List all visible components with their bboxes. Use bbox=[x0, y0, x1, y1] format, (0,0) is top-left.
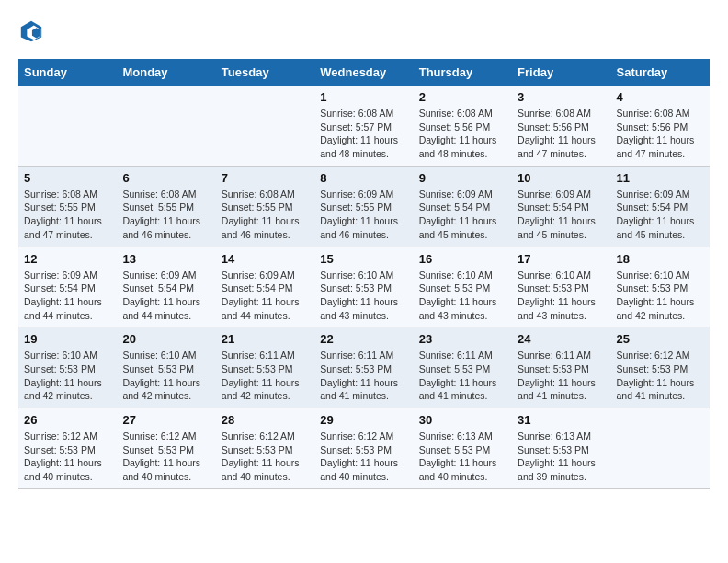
calendar-cell: 1Sunrise: 6:08 AM Sunset: 5:57 PM Daylig… bbox=[314, 86, 413, 166]
week-row-4: 19Sunrise: 6:10 AM Sunset: 5:53 PM Dayli… bbox=[18, 327, 710, 408]
day-number: 27 bbox=[122, 413, 210, 427]
day-number: 10 bbox=[518, 171, 605, 185]
calendar-cell: 3Sunrise: 6:08 AM Sunset: 5:56 PM Daylig… bbox=[512, 86, 610, 166]
day-number: 7 bbox=[222, 171, 309, 185]
day-info: Sunrise: 6:11 AM Sunset: 5:53 PM Dayligh… bbox=[222, 349, 309, 403]
day-number: 18 bbox=[617, 252, 704, 266]
day-info: Sunrise: 6:13 AM Sunset: 5:53 PM Dayligh… bbox=[518, 430, 605, 484]
calendar-cell: 2Sunrise: 6:08 AM Sunset: 5:56 PM Daylig… bbox=[414, 86, 512, 166]
day-number: 16 bbox=[419, 252, 506, 266]
day-info: Sunrise: 6:08 AM Sunset: 5:55 PM Dayligh… bbox=[222, 188, 309, 242]
header-sunday: Sunday bbox=[18, 59, 117, 86]
day-number: 25 bbox=[617, 332, 704, 346]
day-number: 22 bbox=[320, 332, 407, 346]
header-wednesday: Wednesday bbox=[314, 59, 413, 86]
day-number: 23 bbox=[419, 332, 506, 346]
week-row-2: 5Sunrise: 6:08 AM Sunset: 5:55 PM Daylig… bbox=[18, 166, 710, 247]
week-row-3: 12Sunrise: 6:09 AM Sunset: 5:54 PM Dayli… bbox=[18, 247, 710, 327]
day-number: 8 bbox=[320, 171, 407, 185]
calendar-cell: 7Sunrise: 6:08 AM Sunset: 5:55 PM Daylig… bbox=[216, 166, 314, 247]
day-number: 28 bbox=[222, 413, 309, 427]
day-info: Sunrise: 6:13 AM Sunset: 5:53 PM Dayligh… bbox=[419, 430, 506, 484]
day-info: Sunrise: 6:12 AM Sunset: 5:53 PM Dayligh… bbox=[122, 430, 210, 484]
day-info: Sunrise: 6:08 AM Sunset: 5:57 PM Dayligh… bbox=[320, 107, 407, 161]
day-number: 21 bbox=[222, 332, 309, 346]
calendar-cell: 14Sunrise: 6:09 AM Sunset: 5:54 PM Dayli… bbox=[216, 247, 314, 327]
logo-icon bbox=[18, 18, 44, 44]
day-info: Sunrise: 6:10 AM Sunset: 5:53 PM Dayligh… bbox=[518, 269, 605, 323]
calendar-cell: 19Sunrise: 6:10 AM Sunset: 5:53 PM Dayli… bbox=[18, 327, 117, 408]
day-info: Sunrise: 6:09 AM Sunset: 5:54 PM Dayligh… bbox=[518, 188, 605, 242]
header-friday: Friday bbox=[512, 59, 610, 86]
day-number: 29 bbox=[320, 413, 407, 427]
day-number: 17 bbox=[518, 252, 605, 266]
day-number: 20 bbox=[122, 332, 210, 346]
day-number: 14 bbox=[222, 252, 309, 266]
header-row: SundayMondayTuesdayWednesdayThursdayFrid… bbox=[18, 59, 710, 86]
page-header bbox=[18, 18, 710, 44]
day-info: Sunrise: 6:11 AM Sunset: 5:53 PM Dayligh… bbox=[320, 349, 407, 403]
day-info: Sunrise: 6:10 AM Sunset: 5:53 PM Dayligh… bbox=[419, 269, 506, 323]
calendar-cell: 13Sunrise: 6:09 AM Sunset: 5:54 PM Dayli… bbox=[117, 247, 215, 327]
calendar-cell bbox=[216, 86, 314, 166]
calendar-cell: 24Sunrise: 6:11 AM Sunset: 5:53 PM Dayli… bbox=[512, 327, 610, 408]
calendar-cell: 30Sunrise: 6:13 AM Sunset: 5:53 PM Dayli… bbox=[414, 408, 512, 489]
calendar-cell: 25Sunrise: 6:12 AM Sunset: 5:53 PM Dayli… bbox=[611, 327, 710, 408]
calendar-cell bbox=[117, 86, 215, 166]
day-info: Sunrise: 6:12 AM Sunset: 5:53 PM Dayligh… bbox=[617, 349, 704, 403]
day-info: Sunrise: 6:08 AM Sunset: 5:56 PM Dayligh… bbox=[419, 107, 506, 161]
calendar-cell: 28Sunrise: 6:12 AM Sunset: 5:53 PM Dayli… bbox=[216, 408, 314, 489]
calendar-cell: 15Sunrise: 6:10 AM Sunset: 5:53 PM Dayli… bbox=[314, 247, 413, 327]
day-info: Sunrise: 6:08 AM Sunset: 5:56 PM Dayligh… bbox=[518, 107, 605, 161]
day-number: 12 bbox=[24, 252, 111, 266]
calendar-cell: 8Sunrise: 6:09 AM Sunset: 5:55 PM Daylig… bbox=[314, 166, 413, 247]
header-thursday: Thursday bbox=[414, 59, 512, 86]
day-info: Sunrise: 6:12 AM Sunset: 5:53 PM Dayligh… bbox=[320, 430, 407, 484]
day-info: Sunrise: 6:09 AM Sunset: 5:54 PM Dayligh… bbox=[617, 188, 704, 242]
calendar-cell: 22Sunrise: 6:11 AM Sunset: 5:53 PM Dayli… bbox=[314, 327, 413, 408]
calendar-cell: 29Sunrise: 6:12 AM Sunset: 5:53 PM Dayli… bbox=[314, 408, 413, 489]
day-info: Sunrise: 6:09 AM Sunset: 5:54 PM Dayligh… bbox=[122, 269, 210, 323]
day-number: 6 bbox=[122, 171, 210, 185]
day-number: 13 bbox=[122, 252, 210, 266]
calendar-cell: 5Sunrise: 6:08 AM Sunset: 5:55 PM Daylig… bbox=[18, 166, 117, 247]
day-info: Sunrise: 6:10 AM Sunset: 5:53 PM Dayligh… bbox=[122, 349, 210, 403]
day-number: 19 bbox=[24, 332, 111, 346]
calendar-cell: 16Sunrise: 6:10 AM Sunset: 5:53 PM Dayli… bbox=[414, 247, 512, 327]
calendar-cell bbox=[18, 86, 117, 166]
calendar-cell: 12Sunrise: 6:09 AM Sunset: 5:54 PM Dayli… bbox=[18, 247, 117, 327]
day-info: Sunrise: 6:12 AM Sunset: 5:53 PM Dayligh… bbox=[222, 430, 309, 484]
day-info: Sunrise: 6:08 AM Sunset: 5:56 PM Dayligh… bbox=[617, 107, 704, 161]
calendar-cell: 11Sunrise: 6:09 AM Sunset: 5:54 PM Dayli… bbox=[611, 166, 710, 247]
day-info: Sunrise: 6:11 AM Sunset: 5:53 PM Dayligh… bbox=[518, 349, 605, 403]
header-monday: Monday bbox=[117, 59, 215, 86]
day-info: Sunrise: 6:12 AM Sunset: 5:53 PM Dayligh… bbox=[24, 430, 111, 484]
calendar-cell: 27Sunrise: 6:12 AM Sunset: 5:53 PM Dayli… bbox=[117, 408, 215, 489]
day-number: 15 bbox=[320, 252, 407, 266]
day-number: 30 bbox=[419, 413, 506, 427]
calendar-cell bbox=[611, 408, 710, 489]
day-number: 2 bbox=[419, 90, 506, 104]
calendar-cell: 31Sunrise: 6:13 AM Sunset: 5:53 PM Dayli… bbox=[512, 408, 610, 489]
calendar-cell: 21Sunrise: 6:11 AM Sunset: 5:53 PM Dayli… bbox=[216, 327, 314, 408]
day-info: Sunrise: 6:09 AM Sunset: 5:54 PM Dayligh… bbox=[419, 188, 506, 242]
calendar-cell: 23Sunrise: 6:11 AM Sunset: 5:53 PM Dayli… bbox=[414, 327, 512, 408]
day-info: Sunrise: 6:10 AM Sunset: 5:53 PM Dayligh… bbox=[617, 269, 704, 323]
day-info: Sunrise: 6:08 AM Sunset: 5:55 PM Dayligh… bbox=[122, 188, 210, 242]
week-row-5: 26Sunrise: 6:12 AM Sunset: 5:53 PM Dayli… bbox=[18, 408, 710, 489]
day-number: 26 bbox=[24, 413, 111, 427]
day-info: Sunrise: 6:10 AM Sunset: 5:53 PM Dayligh… bbox=[24, 349, 111, 403]
day-info: Sunrise: 6:09 AM Sunset: 5:54 PM Dayligh… bbox=[24, 269, 111, 323]
day-number: 5 bbox=[24, 171, 111, 185]
calendar-table: SundayMondayTuesdayWednesdayThursdayFrid… bbox=[18, 59, 710, 489]
header-tuesday: Tuesday bbox=[216, 59, 314, 86]
calendar-cell: 9Sunrise: 6:09 AM Sunset: 5:54 PM Daylig… bbox=[414, 166, 512, 247]
calendar-cell: 6Sunrise: 6:08 AM Sunset: 5:55 PM Daylig… bbox=[117, 166, 215, 247]
day-number: 24 bbox=[518, 332, 605, 346]
logo bbox=[18, 18, 48, 44]
day-number: 1 bbox=[320, 90, 407, 104]
day-number: 11 bbox=[617, 171, 704, 185]
header-saturday: Saturday bbox=[611, 59, 710, 86]
day-number: 4 bbox=[617, 90, 704, 104]
calendar-cell: 17Sunrise: 6:10 AM Sunset: 5:53 PM Dayli… bbox=[512, 247, 610, 327]
